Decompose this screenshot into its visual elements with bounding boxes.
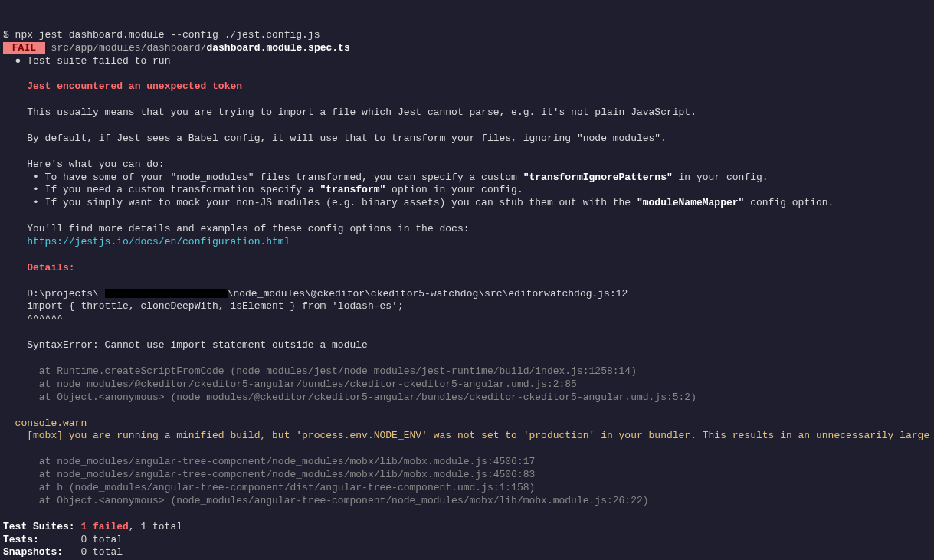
hint-2a: • If you need a custom transformation sp…: [3, 184, 320, 195]
details-label: Details:: [3, 262, 75, 273]
hint-3c: config option.: [744, 197, 834, 208]
hint-3a: • If you simply want to mock your non-JS…: [3, 197, 637, 208]
console-warn: console.warn: [3, 418, 87, 429]
hint-2b: "transform": [320, 184, 385, 195]
summary-snaps-label: Snapshots:: [3, 546, 80, 558]
warn-stack-3: at b (node_modules/angular-tree-componen…: [3, 482, 535, 493]
summary-suites-fail: 1 failed: [80, 521, 128, 532]
warn-stack-2: at node_modules/angular-tree-component/n…: [3, 469, 535, 480]
spec-path-file: dashboard.module.spec.ts: [206, 42, 349, 54]
fail-badge: FAIL: [3, 42, 45, 54]
hint-1c: in your config.: [673, 172, 769, 183]
hint-1a: • To have some of your "node_modules" fi…: [3, 172, 523, 183]
hint-intro: Here's what you can do:: [3, 159, 165, 170]
hint-1b: "transformIgnorePatterns": [523, 172, 673, 183]
summary-suites-label: Test Suites:: [3, 521, 80, 532]
summary-snaps-val: 0 total: [80, 546, 123, 558]
mobx-warn: [mobx] you are running a minified build,…: [3, 430, 934, 441]
summary-tests-val: 0 total: [80, 534, 123, 545]
syntax-error: SyntaxError: Cannot use import statement…: [3, 339, 368, 351]
stack-2: at node_modules/@ckeditor/ckeditor5-angu…: [3, 378, 577, 390]
summary-suites-rest: , 1 total: [129, 521, 182, 532]
redacted-path: [105, 289, 228, 298]
docs-link[interactable]: https://jestjs.io/docs/en/configuration.…: [3, 236, 290, 247]
spec-path-prefix: src/app/modules/dashboard/: [45, 42, 207, 54]
warn-stack-1: at node_modules/angular-tree-component/n…: [3, 456, 535, 467]
warn-stack-4: at Object.<anonymous> (node_modules/angu…: [3, 495, 649, 506]
detail-path-b: \node_modules\@ckeditor\ckeditor5-watchd…: [228, 288, 628, 300]
hint-2c: option in your config.: [385, 184, 523, 195]
command-line: $ npx jest dashboard.module --config ./j…: [3, 29, 320, 41]
detail-caret: ^^^^^^: [3, 313, 63, 325]
detail-import-line: import { throttle, cloneDeepWith, isElem…: [3, 300, 404, 312]
stack-3: at Object.<anonymous> (node_modules/@cke…: [3, 391, 696, 403]
hint-3b: "moduleNameMapper": [637, 197, 744, 208]
suite-failed-line: ● Test suite failed to run: [3, 55, 170, 67]
error-desc-2: By default, if Jest sees a Babel config,…: [3, 133, 667, 144]
summary-tests-label: Tests:: [3, 534, 80, 545]
docs-intro: You'll find more details and examples of…: [3, 223, 470, 234]
error-desc-1: This usually means that you are trying t…: [3, 106, 696, 118]
detail-path-a: D:\projects\: [3, 288, 105, 300]
error-header: Jest encountered an unexpected token: [3, 80, 242, 92]
stack-1: at Runtime.createScriptFromCode (node_mo…: [3, 365, 637, 377]
